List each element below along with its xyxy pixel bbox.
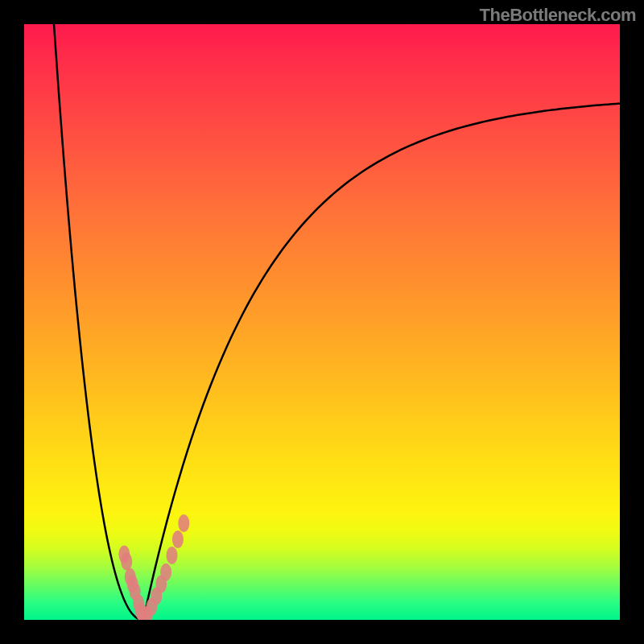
- plot-area: [24, 24, 620, 620]
- chart-svg: [24, 24, 620, 620]
- chart-container: TheBottleneck.com: [0, 0, 644, 644]
- right-curve: [143, 104, 620, 620]
- data-point-right: [167, 547, 178, 564]
- data-point-right: [160, 564, 171, 581]
- data-point-right: [178, 514, 189, 532]
- left-curve: [54, 24, 143, 620]
- watermark-text: TheBottleneck.com: [480, 5, 636, 26]
- data-point-right: [172, 530, 184, 548]
- data-point-left: [121, 552, 132, 570]
